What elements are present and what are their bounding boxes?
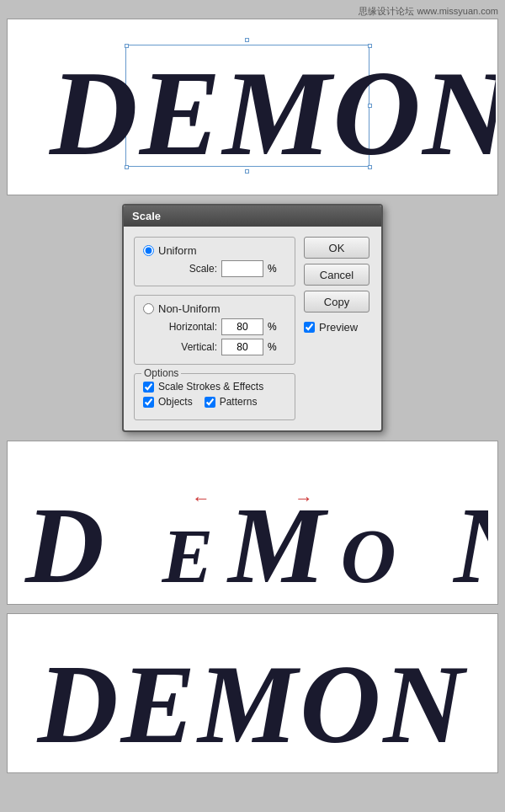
demon-spread-svg: D eMo N <box>17 464 488 599</box>
scale-strokes-row: Scale Strokes & Effects <box>143 381 286 393</box>
scale-strokes-label: Scale Strokes & Effects <box>158 381 263 393</box>
demon-final-svg: DEMON <box>25 626 480 761</box>
ok-button[interactable]: OK <box>304 237 369 259</box>
scale-input-row: Scale: % <box>158 260 286 277</box>
scale-dialog-wrapper: Scale Uniform Scale: % <box>7 204 498 432</box>
uniform-radio-row: Uniform <box>143 244 286 257</box>
dialog-titlebar: Scale <box>124 206 381 227</box>
scale-strokes-checkbox[interactable] <box>143 382 154 393</box>
demon-text-svg-1: DEMON <box>24 32 496 175</box>
horizontal-input[interactable] <box>221 318 263 335</box>
non-uniform-label: Non-Uniform <box>158 302 221 315</box>
preview-checkbox[interactable] <box>304 322 315 333</box>
options-group: Options Scale Strokes & Effects Objects … <box>134 373 295 420</box>
dialog-body: Uniform Scale: % Non-Uniform Hor <box>124 227 381 430</box>
patterns-checkbox[interactable] <box>205 397 215 408</box>
preview-label: Preview <box>319 321 358 334</box>
scale-percent: % <box>268 263 277 275</box>
svg-text:DEMON: DEMON <box>48 45 496 175</box>
dialog-right: OK Cancel Copy Preview <box>304 237 371 420</box>
vertical-input-row: Vertical: % <box>158 339 286 355</box>
objects-checkbox[interactable] <box>143 397 154 408</box>
dialog-title: Scale <box>132 210 161 222</box>
panel-1: DEMON <box>7 19 498 195</box>
vertical-percent: % <box>268 341 277 353</box>
arrow-right-icon: → <box>295 488 313 510</box>
objects-checkbox-row: Objects <box>143 396 193 408</box>
patterns-checkbox-row: Patterns <box>205 396 258 408</box>
non-uniform-radio-row: Non-Uniform <box>143 302 286 315</box>
arrows-container: ← → <box>192 488 313 510</box>
options-label: Options <box>141 367 181 379</box>
patterns-label: Patterns <box>220 396 258 408</box>
svg-text:DEMON: DEMON <box>36 642 468 761</box>
horizontal-percent: % <box>268 321 277 333</box>
panel-3: DEMON <box>7 613 498 773</box>
copy-button[interactable]: Copy <box>304 291 369 313</box>
panel-2: ← → D eMo N <box>7 441 498 605</box>
objects-patterns-row: Objects Patterns <box>143 396 286 411</box>
panel-2-inner: ← → D eMo N <box>8 441 497 604</box>
horizontal-input-row: Horizontal: % <box>158 318 286 335</box>
uniform-radio[interactable] <box>143 245 154 256</box>
preview-row: Preview <box>304 321 371 334</box>
scale-label: Scale: <box>158 263 217 275</box>
vertical-label: Vertical: <box>158 341 217 353</box>
horizontal-label: Horizontal: <box>158 321 217 333</box>
dialog-left: Uniform Scale: % Non-Uniform Hor <box>134 237 295 420</box>
watermark-text: 思缘设计论坛 www.missyuan.com <box>359 5 498 18</box>
uniform-label: Uniform <box>158 244 197 257</box>
objects-label: Objects <box>158 396 193 408</box>
panel-3-inner: DEMON <box>8 614 497 772</box>
uniform-group: Uniform Scale: % <box>134 237 295 286</box>
non-uniform-group: Non-Uniform Horizontal: % Vertical: % <box>134 295 295 365</box>
panel-1-inner: DEMON <box>8 19 497 195</box>
cancel-button[interactable]: Cancel <box>304 264 369 286</box>
arrow-left-icon: ← <box>192 488 210 510</box>
vertical-input[interactable] <box>221 339 263 355</box>
non-uniform-radio[interactable] <box>143 303 154 314</box>
scale-input[interactable] <box>221 260 263 277</box>
scale-dialog: Scale Uniform Scale: % <box>122 204 383 432</box>
